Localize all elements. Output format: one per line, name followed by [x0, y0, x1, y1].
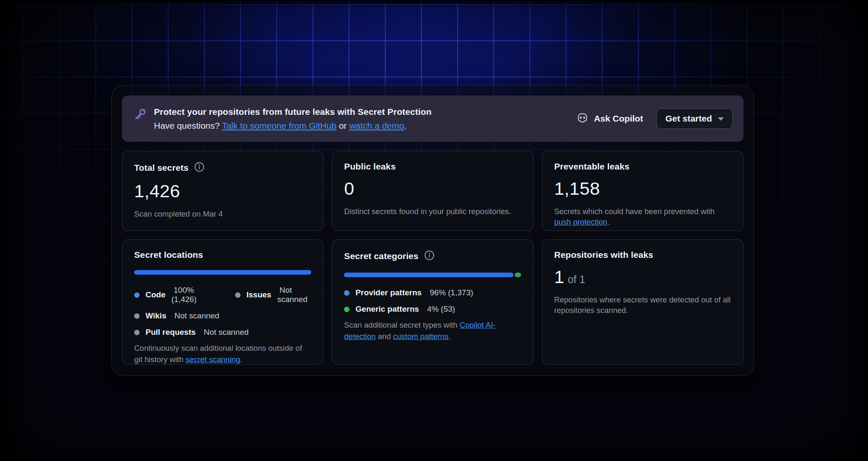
locations-progress-bar	[134, 270, 311, 275]
legend-item: Wikis Not scanned	[134, 311, 219, 321]
legend-name: Generic patterns	[355, 305, 419, 314]
legend-row: Provider patterns 96% (1,373)	[344, 288, 521, 297]
card-footnote: Scan additional secret types with Copilo…	[344, 320, 521, 342]
progress-segment	[344, 273, 513, 277]
repos-with-leaks-count: 1	[554, 267, 564, 287]
inline-link[interactable]: watch a demo	[349, 121, 404, 130]
banner-actions: Ask Copilot Get started	[576, 109, 733, 129]
legend-row: Wikis Not scanned	[134, 311, 311, 321]
dashboard-panel: Protect your repositories from future le…	[111, 85, 754, 376]
card-total-secrets: Total secrets 1,426 Scan completed on Ma…	[122, 151, 323, 231]
get-started-label: Get started	[665, 114, 712, 124]
legend-name: Pull requests	[146, 328, 196, 337]
ask-copilot-button[interactable]: Ask Copilot	[576, 111, 643, 126]
legend-dot-icon	[134, 313, 140, 319]
card-title: Total secrets	[134, 163, 188, 173]
stat-value: 0	[344, 178, 521, 199]
legend-row: Generic patterns 4% (53)	[344, 305, 521, 314]
legend-dot-icon	[235, 292, 241, 298]
card-preventable-leaks: Preventable leaks 1,158 Secrets which co…	[542, 151, 744, 231]
legend-dot-icon	[134, 330, 140, 335]
categories-legend: Provider patterns 96% (1,373)Generic pat…	[344, 288, 521, 314]
card-public-leaks: Public leaks 0 Distinct secrets found in…	[332, 151, 533, 231]
legend-row: Pull requests Not scanned	[134, 328, 311, 337]
info-icon[interactable]	[194, 162, 205, 174]
card-title: Public leaks	[344, 162, 396, 172]
stat-caption: Secrets which could have been prevented …	[554, 207, 731, 228]
secret-protection-banner: Protect your repositories from future le…	[122, 95, 744, 142]
metrics-grid: Total secrets 1,426 Scan completed on Ma…	[122, 151, 744, 365]
legend-name: Provider patterns	[355, 288, 421, 297]
card-repositories-with-leaks: Repositories with leaks 1of 1 Repositori…	[542, 239, 744, 365]
legend-dot-icon	[344, 290, 349, 296]
ask-copilot-label: Ask Copilot	[594, 114, 643, 124]
legend-value: 4% (53)	[425, 305, 455, 314]
inline-link[interactable]: Talk to someone from GitHub	[222, 121, 336, 130]
legend-value: 100% (1,426)	[172, 286, 217, 304]
legend-item: Code 100% (1,426)	[134, 286, 217, 304]
legend-value: Not scanned	[277, 286, 311, 304]
card-title: Secret categories	[344, 251, 418, 261]
card-secret-locations: Secret locations Code 100% (1,426)Issues…	[122, 239, 323, 365]
legend-dot-icon	[134, 292, 140, 298]
categories-progress-bar	[344, 273, 521, 277]
legend-row: Code 100% (1,426)Issues Not scanned	[134, 286, 311, 304]
card-secret-categories: Secret categories Provider patterns 96% …	[332, 239, 533, 365]
legend-item: Provider patterns 96% (1,373)	[344, 288, 473, 297]
banner-title: Protect your repositories from future le…	[154, 107, 431, 117]
banner-text: Protect your repositories from future le…	[154, 107, 431, 131]
legend-name: Code	[146, 290, 166, 299]
stat-value: 1,158	[554, 178, 731, 199]
repos-total-suffix: of 1	[568, 273, 585, 285]
locations-legend: Code 100% (1,426)Issues Not scannedWikis…	[134, 286, 311, 337]
card-footnote: Continuously scan additional locations o…	[134, 343, 311, 365]
progress-segment	[134, 270, 311, 275]
copilot-icon	[576, 111, 589, 126]
card-title: Secret locations	[134, 250, 203, 260]
legend-item: Generic patterns 4% (53)	[344, 305, 455, 314]
legend-value: Not scanned	[172, 311, 219, 321]
inline-link[interactable]: secret scanning	[185, 355, 240, 364]
stat-caption: Repositories where secrets were detected…	[554, 295, 731, 316]
legend-name: Issues	[246, 290, 271, 299]
legend-value: Not scanned	[201, 328, 249, 337]
legend-name: Wikis	[146, 311, 166, 321]
inline-link[interactable]: push protection	[554, 217, 608, 226]
legend-value: 96% (1,373)	[428, 288, 474, 297]
get-started-button[interactable]: Get started	[656, 109, 733, 129]
banner-left: Protect your repositories from future le…	[133, 107, 431, 131]
progress-segment	[515, 273, 521, 277]
chevron-down-icon	[718, 117, 724, 121]
stat-caption: Scan completed on Mar 4	[134, 209, 311, 220]
stat-value: 1of 1	[554, 267, 731, 287]
stat-value: 1,426	[134, 181, 311, 201]
legend-item: Pull requests Not scanned	[134, 328, 249, 337]
legend-dot-icon	[344, 307, 349, 312]
secret-protection-dashboard: Protect your repositories from future le…	[0, 0, 868, 461]
legend-item: Issues Not scanned	[235, 286, 311, 304]
stat-caption: Distinct secrets found in your public re…	[344, 207, 521, 217]
info-icon[interactable]	[424, 250, 435, 262]
card-title: Preventable leaks	[554, 162, 630, 172]
inline-link[interactable]: custom patterns	[393, 332, 449, 341]
key-icon	[133, 107, 147, 123]
banner-subtitle: Have questions? Talk to someone from Git…	[154, 121, 431, 131]
card-title: Repositories with leaks	[554, 250, 654, 260]
